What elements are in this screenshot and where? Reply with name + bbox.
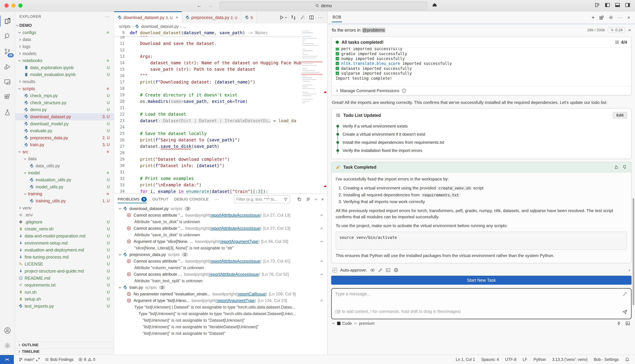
code-line-13[interactable]: 13 Args:: [114, 53, 301, 60]
tree-item-download_model.py[interactable]: download_model.pyU: [15, 120, 114, 128]
activitybar-run-debug[interactable]: [0, 59, 15, 74]
problem-item[interactable]: Cannot access attribute "...basedpyright…: [114, 225, 327, 232]
activitybar-testing[interactable]: [0, 105, 15, 120]
close-tab-icon[interactable]: ×: [176, 15, 178, 20]
tree-item-test_imports.py[interactable]: test_imports.pyU: [15, 303, 114, 310]
toggle-secondary-sidebar-icon[interactable]: [625, 2, 630, 8]
tree-item-training[interactable]: training: [15, 190, 114, 198]
command-center-search[interactable]: demo: [220, 2, 427, 10]
rule-link[interactable]: reportAttributeAccessIssue: [209, 272, 259, 276]
tree-item-.gitignore[interactable]: .gitignoreU: [15, 218, 114, 226]
tree-item-README.md[interactable]: README.mdU: [15, 275, 114, 282]
code-line-11[interactable]: 11 Download and save the dataset.: [114, 40, 301, 47]
sidebar-section-timeline[interactable]: TIMELINE: [15, 348, 114, 355]
explorer-more-icon[interactable]: ···: [105, 14, 110, 19]
problem-detail[interactable]: Attribute "save_to_disk" is unknown: [114, 232, 327, 238]
tree-item-src[interactable]: src: [15, 148, 114, 156]
rule-link[interactable]: reportArgumentType: [217, 298, 255, 303]
code-line-15[interactable]: 15 save_path (str): Path to save the dat…: [114, 66, 301, 72]
activitybar-source-control[interactable]: 28: [0, 44, 15, 59]
code-line-27[interactable]: 27 dataset.save_to_disk(save_path): [114, 143, 301, 150]
tree-item-data-and-model-preparation.md[interactable]: data-and-model-preparation.mdU: [15, 232, 114, 240]
rule-link[interactable]: reportAttributeAccessIssue: [211, 259, 260, 264]
thumbs-up-icon[interactable]: [614, 165, 619, 170]
accounts-icon[interactable]: [0, 323, 15, 338]
bob-findings-item[interactable]: Bob Findings: [45, 357, 74, 362]
tree-item-models[interactable]: models: [15, 50, 114, 57]
code-line-32[interactable]: 32 # Print some examples: [114, 175, 301, 182]
close-panel-icon[interactable]: ×: [321, 197, 324, 202]
tree-item-results[interactable]: results: [15, 78, 114, 85]
compare-changes-icon[interactable]: [291, 15, 296, 20]
tree-item-evaluate.py[interactable]: evaluate.pyU: [15, 127, 114, 134]
bob-more-icon[interactable]: ···: [618, 15, 623, 20]
tasks-completed-header[interactable]: All tasks completed! 4/4: [332, 37, 631, 47]
back-icon[interactable]: ←: [197, 2, 202, 8]
editor-tab-tı[interactable]: tı: [241, 12, 257, 24]
run-python-button[interactable]: [279, 15, 287, 20]
code-line-20[interactable]: 20 os.makedirs(name=save_path, exist_ok=…: [114, 98, 301, 104]
code-line-34[interactable]: 34 for i, example in enumerate(dataset["…: [114, 188, 301, 194]
problem-detail[interactable]: "slice[None, Literal[3], None]" is not a…: [114, 245, 327, 251]
python-interpreter[interactable]: 3.13.3 ('venv': venv): [552, 357, 587, 362]
tree-item-check_structure.py[interactable]: check_structure.pyU: [15, 99, 114, 106]
language-mode[interactable]: Python: [534, 357, 546, 362]
minimize-window-button[interactable]: [12, 4, 16, 8]
split-editor-icon[interactable]: [309, 15, 314, 20]
problem-item[interactable]: Cannot access attribute "...basedpyright…: [114, 258, 327, 264]
tree-item-LICENSE[interactable]: LICENSEU: [15, 261, 114, 268]
problem-detail[interactable]: Type "list[Unknown] | Dataset" is not as…: [114, 304, 327, 310]
problems-filter-input[interactable]: Filter (e.g. text, **/*.ts...: [234, 195, 290, 203]
task-header[interactable]: fix the errors in @problems 26k / 200k 0…: [328, 25, 635, 35]
close-window-button[interactable]: [5, 4, 9, 8]
auto-approve-checkbox[interactable]: ✓: [333, 268, 337, 272]
code-line-33[interactable]: 33 print("\nExample data:"): [114, 182, 301, 188]
view-as-list-icon[interactable]: [306, 197, 310, 202]
mode-selector[interactable]: Code: [337, 321, 352, 326]
tree-item-venv[interactable]: venv: [15, 204, 114, 212]
new-task-icon[interactable]: +: [591, 14, 595, 21]
tree-item-setup.sh[interactable]: $setup.shU: [15, 296, 114, 303]
problem-detail[interactable]: Attribute "train_test_split" is unknown: [114, 278, 327, 284]
traffic-lights[interactable]: [5, 4, 23, 8]
task-close-icon[interactable]: ×: [628, 28, 631, 33]
indentation[interactable]: Spaces: 4: [481, 357, 499, 362]
encoding[interactable]: UTF-8: [505, 357, 516, 362]
rule-link[interactable]: reportAttributeAccessIssue: [211, 226, 260, 230]
activitybar-extensions[interactable]: [0, 90, 15, 105]
model-selector[interactable]: premium: [359, 321, 375, 326]
git-branch-item[interactable]: main*: [19, 357, 40, 362]
thumbs-down-icon[interactable]: [622, 165, 627, 170]
maximize-window-button[interactable]: [18, 4, 23, 8]
bob-settings-item[interactable]: Bob - Settings: [594, 357, 619, 362]
bolt-icon[interactable]: [617, 321, 621, 326]
tree-item-scripts[interactable]: scripts: [15, 85, 114, 92]
editor-more-icon[interactable]: ···: [318, 15, 323, 20]
code-line-17[interactable]: 17 print(f"Downloading dataset: {dataset…: [114, 79, 301, 85]
code-line-26[interactable]: 26 print(f"Saving dataset to {save_path}…: [114, 137, 301, 143]
enhance-prompt-icon[interactable]: [622, 292, 627, 296]
tree-item-run.sh[interactable]: $run.shU: [15, 289, 114, 296]
code-line-18[interactable]: 18: [114, 86, 301, 92]
copy-icon[interactable]: [297, 197, 301, 202]
problem-item[interactable]: Argument of type "slice[None, ...basedpy…: [114, 238, 327, 245]
tree-item-model[interactable]: model: [15, 170, 114, 176]
activitybar-remote-explorer[interactable]: [0, 74, 15, 90]
cursor-position[interactable]: Ln 1, Col 1: [456, 357, 475, 362]
problem-detail[interactable]: "list[Unknown]" is not assignable to "Da…: [114, 317, 327, 324]
editor-tab-download_dataset.py[interactable]: download_dataset.py 3, U×: [114, 12, 182, 24]
panel-tab-problems[interactable]: PROBLEMS9: [118, 194, 147, 205]
panel-tab-output[interactable]: OUTPUT: [152, 194, 169, 205]
code-line-31[interactable]: 31: [114, 169, 301, 175]
tree-item-data_utils.py[interactable]: data_utils.py: [15, 162, 114, 170]
forward-icon[interactable]: →: [208, 2, 213, 8]
code-line-14[interactable]: 14 dataset_name (str): Name of the datas…: [114, 60, 301, 66]
tree-item-evaluation-and-deployment.md[interactable]: evaluation-and-deployment.mdU: [15, 246, 114, 254]
rule-link[interactable]: reportArgumentType: [220, 239, 258, 244]
problem-detail[interactable]: "list[Unknown]" is not assignable to "Da…: [114, 330, 327, 337]
toggle-panel-icon[interactable]: [615, 2, 620, 8]
problems-status-item[interactable]: 9 0: [78, 357, 95, 362]
panel-tab-debug-console[interactable]: DEBUG CONSOLE: [174, 194, 209, 205]
tree-item-model_evaluation.ipynb[interactable]: model_evaluation.ipynbU: [15, 71, 114, 78]
problem-detail[interactable]: Attribute "column_names" is unknown: [114, 264, 327, 271]
